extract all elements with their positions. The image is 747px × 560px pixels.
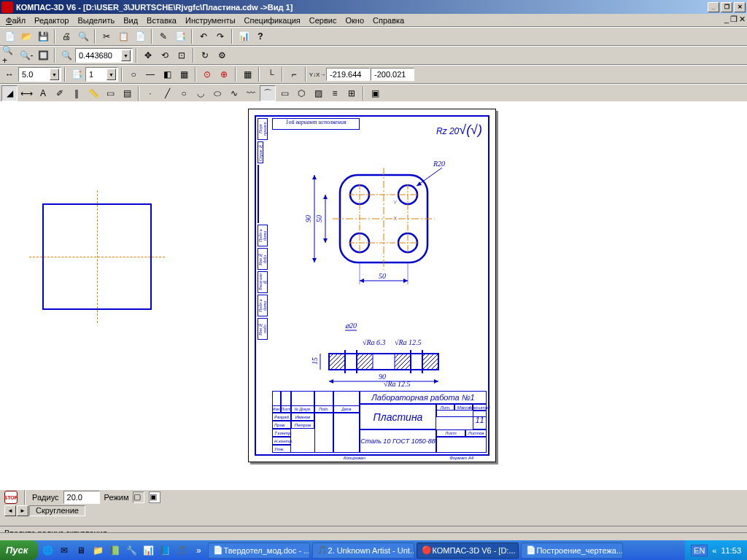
equid-tool[interactable]: ≡ (327, 85, 343, 101)
task-winamp[interactable]: 🎵 2. Unknown Artist - Unt... (312, 542, 414, 559)
style-button[interactable]: — (142, 66, 158, 82)
zoom-out-button[interactable]: 🔍- (18, 47, 34, 63)
label-panel[interactable]: A (35, 85, 51, 101)
preview-button[interactable]: 🔍 (75, 28, 91, 44)
arc-tool[interactable]: ◡ (193, 85, 209, 101)
cut-button[interactable]: ✂ (98, 28, 115, 44)
prop-tab-fillet[interactable]: Скругление (29, 505, 85, 516)
ql-3[interactable]: 🔧 (124, 543, 139, 558)
ortho-button[interactable]: └ (263, 66, 279, 82)
task-kompas[interactable]: 🔴 КОМПАС-3D V6 - [D:... (417, 542, 519, 559)
grid-button[interactable]: ▦ (239, 66, 255, 82)
mode-trim[interactable]: ▢ (133, 491, 144, 503)
line-tool[interactable]: ╱ (159, 85, 175, 101)
tab-scroll-left[interactable]: ◄ (4, 505, 16, 516)
bezier-tool[interactable]: 〰 (243, 85, 259, 101)
print-button[interactable]: 🖨 (58, 28, 74, 44)
ql-4[interactable]: 📊 (141, 543, 155, 558)
menu-service[interactable]: Сервис (305, 15, 341, 26)
step-dd[interactable]: ▼ (50, 69, 59, 80)
menu-insert[interactable]: Вставка (142, 15, 181, 26)
ql-2[interactable]: 📗 (107, 543, 122, 558)
layer-btn[interactable]: ◧ (159, 66, 175, 82)
measure-panel[interactable]: 📏 (85, 85, 101, 101)
sys-button[interactable]: ○ (125, 66, 142, 82)
coord-y[interactable]: -200.021 (371, 68, 414, 81)
step-button[interactable]: ↔ (1, 66, 18, 82)
menu-spec[interactable]: Спецификация (240, 15, 305, 26)
minimize-button[interactable]: _ (708, 2, 719, 12)
mdi-restore[interactable]: ❐ (730, 15, 738, 26)
menu-select[interactable]: Выделить (73, 15, 119, 26)
param-panel[interactable]: ‖ (69, 85, 85, 101)
task-word2[interactable]: 📄 Построение_чертежа.... (521, 542, 623, 559)
ql-arrow[interactable]: » (191, 543, 206, 558)
menu-help[interactable]: Справка (368, 15, 409, 26)
layer-input[interactable] (88, 69, 107, 80)
brush-button[interactable]: ✎ (155, 28, 171, 44)
ql-5[interactable]: 📘 (158, 543, 172, 558)
start-button[interactable]: Пуск (0, 540, 38, 560)
zoom-window-button[interactable]: 🔲 (35, 47, 51, 63)
zoom-in-button[interactable]: 🔍+ (1, 47, 18, 63)
zoom-select-button[interactable]: 🔍 (58, 47, 74, 63)
layer-combo[interactable]: ▼ (85, 67, 118, 82)
spline-tool[interactable]: ∿ (226, 85, 242, 101)
ql-oe[interactable]: ✉ (57, 543, 71, 558)
pan-button[interactable]: ✥ (140, 47, 156, 63)
refresh-button[interactable]: ↻ (197, 47, 213, 63)
menu-window[interactable]: Окно (341, 15, 368, 26)
stop-button[interactable]: STOP (4, 491, 18, 504)
paste-button[interactable]: 📄 (132, 28, 148, 44)
rect-tool[interactable]: ▭ (276, 85, 293, 101)
point-tool[interactable]: · (142, 85, 158, 101)
vars-button[interactable]: 📊 (236, 28, 252, 44)
select-panel[interactable]: ▭ (102, 85, 118, 101)
zoom-prev-button[interactable]: ⟲ (157, 47, 173, 63)
lang-indicator[interactable]: EN (691, 545, 708, 556)
ql-ie[interactable]: 🌐 (40, 543, 55, 558)
ql-desktop[interactable]: 🖥 (74, 543, 88, 558)
ellipse-tool[interactable]: ⬭ (209, 85, 225, 101)
poly-tool[interactable]: ⬡ (293, 85, 309, 101)
restore-button[interactable]: ❐ (721, 2, 732, 12)
menu-tools[interactable]: Инструменты (181, 15, 240, 26)
zoom-all-button[interactable]: ⊡ (174, 47, 190, 63)
circle-tool[interactable]: ○ (176, 85, 192, 101)
layers-button[interactable]: 📑 (69, 66, 85, 82)
rebuild-button[interactable]: ⚙ (214, 47, 230, 63)
coord-x[interactable]: -219.644 (326, 68, 370, 81)
ql-1[interactable]: 📁 (90, 543, 105, 558)
round-button[interactable]: ⌐ (286, 66, 302, 82)
collect-tool[interactable]: ⊞ (344, 85, 360, 101)
snap2-button[interactable]: ⊕ (216, 66, 232, 82)
save-button[interactable]: 💾 (35, 28, 51, 44)
zoom-input[interactable] (77, 50, 121, 61)
edit-panel[interactable]: ✐ (52, 85, 68, 101)
dim-panel[interactable]: ⟷ (18, 85, 34, 101)
mdi-minimize[interactable]: _ (724, 15, 729, 26)
mode-notrim[interactable]: ▣ (149, 491, 160, 503)
clock[interactable]: 11:53 (721, 546, 741, 555)
zoom-dropdown[interactable]: ▼ (121, 50, 131, 61)
work-area[interactable]: Перв примен Справ № Подп и дата Инв № ду… (0, 101, 747, 489)
task-word1[interactable]: 📄 Твердотел_мод.doc - ... (208, 542, 310, 559)
spec-panel[interactable]: ▤ (119, 85, 135, 101)
snap1-button[interactable]: ⊙ (199, 66, 215, 82)
help-button[interactable]: ? (252, 28, 268, 44)
contour-tool[interactable]: ▣ (367, 85, 383, 101)
hatch-tool[interactable]: ▨ (310, 85, 326, 101)
zoom-combo[interactable]: ▼ (75, 48, 133, 63)
obj-button[interactable]: ▦ (176, 66, 192, 82)
layer-dd[interactable]: ▼ (107, 69, 116, 80)
tray-expand[interactable]: « (712, 546, 716, 555)
coord-label-btn[interactable]: Y↓X→ (309, 66, 325, 82)
tab-scroll-right[interactable]: ► (17, 505, 28, 516)
mdi-close[interactable]: ✕ (739, 15, 746, 26)
copy-button[interactable]: 📋 (115, 28, 131, 44)
props-button[interactable]: 📑 (172, 28, 188, 44)
menu-edit[interactable]: Редактор (30, 15, 73, 26)
new-button[interactable]: 📄 (1, 28, 18, 44)
radius-input[interactable]: 20.0 (63, 491, 100, 504)
step-combo[interactable]: ▼ (18, 67, 61, 82)
